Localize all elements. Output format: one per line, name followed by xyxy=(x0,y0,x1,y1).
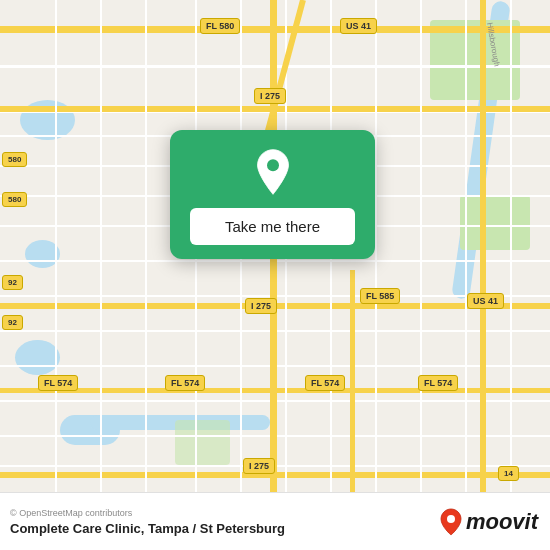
road xyxy=(195,0,197,550)
road xyxy=(420,0,422,550)
park-area xyxy=(460,195,530,250)
road-label-92-1: 92 xyxy=(2,275,23,290)
road xyxy=(285,0,287,550)
map-background: FL 580 US 41 I 275 580 580 92 92 I 275 F… xyxy=(0,0,550,550)
bottom-info: © OpenStreetMap contributors Complete Ca… xyxy=(10,508,285,536)
road xyxy=(55,0,57,550)
road-label-fl580: FL 580 xyxy=(200,18,240,34)
road-label-i275-bot: I 275 xyxy=(243,458,275,474)
road-label-fl574-3: FL 574 xyxy=(305,375,345,391)
road-label-us41-2: US 41 xyxy=(467,293,504,309)
moovit-pin-icon xyxy=(440,508,462,536)
location-name: Complete Care Clinic, Tampa / St Petersb… xyxy=(10,521,285,536)
road-label-580-2: 580 xyxy=(2,192,27,207)
take-me-there-button[interactable]: Take me there xyxy=(190,208,355,245)
location-pin-icon xyxy=(249,148,297,196)
road-label-14: 14 xyxy=(498,466,519,481)
road xyxy=(145,0,147,550)
road xyxy=(100,0,102,550)
moovit-text: moovit xyxy=(466,509,538,535)
road xyxy=(375,0,377,550)
water-body xyxy=(15,340,60,375)
road-label-92-2: 92 xyxy=(2,315,23,330)
road xyxy=(240,0,242,550)
road-label-580-1: 580 xyxy=(2,152,27,167)
road xyxy=(465,0,467,550)
highway xyxy=(480,0,486,550)
location-card: Take me there xyxy=(170,130,375,259)
road-label-i275-mid: I 275 xyxy=(245,298,277,314)
copyright-text: © OpenStreetMap contributors xyxy=(10,508,285,518)
svg-point-1 xyxy=(447,515,455,523)
svg-point-0 xyxy=(267,159,279,171)
road-label-us41: US 41 xyxy=(340,18,377,34)
road-label-fl585: FL 585 xyxy=(360,288,400,304)
moovit-logo: moovit xyxy=(440,508,538,536)
park-area xyxy=(175,420,230,465)
road xyxy=(330,0,332,550)
road-label-fl574-2: FL 574 xyxy=(165,375,205,391)
map-container: FL 580 US 41 I 275 580 580 92 92 I 275 F… xyxy=(0,0,550,550)
road-label-fl574-1: FL 574 xyxy=(38,375,78,391)
road-label-i275-top: I 275 xyxy=(254,88,286,104)
bottom-bar: © OpenStreetMap contributors Complete Ca… xyxy=(0,492,550,550)
road-label-fl574-4: FL 574 xyxy=(418,375,458,391)
